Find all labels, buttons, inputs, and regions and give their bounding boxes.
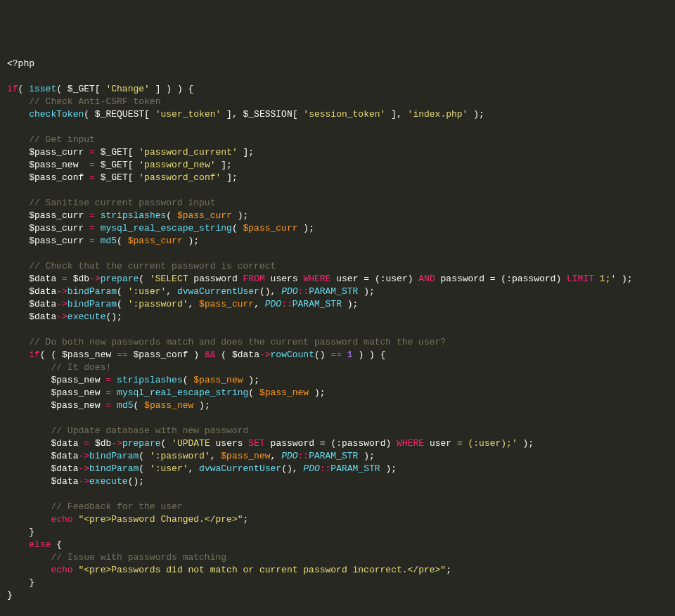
tok-v_pcurr: $pass_curr [29,210,84,221]
tok-op_eq: = [84,438,89,449]
tok-cmt_fb: // Feedback for the user [51,501,182,512]
tok-v_GET: $_GET [101,172,128,183]
tok-op_deq: == [117,349,128,360]
tok-sql_set: SET [248,438,264,449]
tok-cmt_chk: // Check that the current password is co… [29,261,276,271]
tok-kw_if: if [7,84,18,94]
tok-fn_mres: mysql_real_escape_string [101,223,232,233]
tok-op_arrow: -> [259,349,271,360]
tok-v_data: $data [51,438,78,449]
code-editor[interactable]: <?php if( isset( $_GET[ 'Change' ] ) ) {… [7,58,675,616]
tok-sql_limit: LIMIT [567,274,594,284]
tok-op_and: && [205,349,216,360]
tok-op_arrow: -> [56,286,68,297]
tok-sql_sel_1: 'SELECT [150,274,188,284]
tok-cls_PDO: PDO [281,451,297,461]
tok-fn_mres: mysql_real_escape_string [117,387,248,398]
tok-s_pwd_cur: 'password_current' [139,147,237,158]
tok-fn_execute: execute [68,312,106,322]
tok-const_PSTR: PARAM_STR [309,286,358,297]
tok-s_pwd_new: 'password_new' [139,160,215,170]
tok-cmt_issue: // Issue with passwords matching [51,552,226,563]
tok-cmt_itdoes: // It does! [51,362,111,373]
tok-v_data: $data [29,274,56,284]
tok-fn_bindParam: bindParam [89,451,139,461]
tok-s_password: ':password' [150,451,210,461]
tok-sql_users: users [216,438,243,449]
tok-sql_sel_pwd: password [441,274,484,284]
tok-s_user: ':user' [128,286,167,297]
tok-v_pnew: $pass_new [29,160,78,170]
tok-sql_users: users [271,274,298,284]
tok-fn_bindParam: bindParam [68,286,117,297]
tok-fn_stripslashes: stripslashes [117,375,183,385]
tok-s_user_token: 'user_token' [155,109,221,120]
tok-sql_where: WHERE [303,274,330,284]
tok-v_data: $data [51,451,78,461]
tok-op_arrow: -> [111,438,122,449]
tok-kw_isset: isset [29,84,56,94]
tok-op_arrow: -> [78,476,89,487]
tok-echo_changed: "<pre>Password Changed.</pre>" [78,514,243,525]
tok-kw_echo: echo [51,514,72,525]
tok-v_db: $db [95,438,111,449]
tok-v_pcurr: $pass_curr [177,210,232,221]
tok-cmt_san: // Sanitise current password input [29,198,215,208]
tok-sql_eq_pwd: = (:password) [490,274,561,284]
tok-sql_user: user [430,438,451,449]
tok-v_pcurr: $pass_curr [29,147,84,158]
tok-v_data: $data [29,299,56,309]
tok-s_pwd_conf: 'password_conf' [139,172,221,183]
tok-sql_sel_pwd: password [193,274,237,284]
tok-cls_PDO: PDO [303,463,319,474]
tok-op_eq: = [62,274,68,284]
tok-v_pcurr: $pass_curr [243,223,298,233]
tok-const_PSTR: PARAM_STR [292,299,342,309]
tok-fn_stripslashes: stripslashes [101,210,167,221]
tok-fn_checkToken: checkToken [29,109,84,120]
tok-fn_dvwaCU: dvwaCurrentUser [177,286,259,297]
tok-op_eq: = [89,223,95,233]
tok-s_user: ':user' [150,463,188,474]
tok-n_one: 1 [347,349,353,360]
tok-v_pconf: $pass_conf [29,172,84,183]
tok-op_scope: :: [298,451,309,461]
tok-fn_execute: execute [89,476,128,487]
tok-op_arrow: -> [56,312,68,322]
tok-sql_upd_end: = (:user);' [457,438,518,449]
tok-op_scope: :: [281,299,292,309]
tok-cmt_both: // Do both new passwords match and does … [29,337,446,347]
tok-v_REQ: $_REQUEST [95,109,144,120]
tok-v_pcurr: $pass_curr [29,236,84,246]
tok-op_deq: == [330,349,342,360]
tok-fn_prepare: prepare [122,438,161,449]
tok-v_data: $data [51,476,78,487]
tok-v_pnew: $pass_new [51,387,100,398]
tok-sql_user: user [336,274,358,284]
tok-v_pcurr: $pass_curr [29,223,84,233]
tok-op_eq: = [89,160,95,170]
tok-kw_if: if [29,349,40,360]
tok-sql_eq_pwd: = (:password) [320,438,391,449]
tok-fn_md5: md5 [117,400,133,411]
tok-cls_PDO: PDO [281,286,297,297]
tok-sql_from: FROM [243,274,265,284]
tok-v_db: $db [73,274,89,284]
tok-v_GET: $_GET [68,84,95,94]
tok-fn_rowCount: rowCount [271,349,314,360]
tok-s_index: 'index.php' [408,109,468,120]
tok-v_data: $data [232,349,259,360]
tok-op_arrow: -> [78,451,89,461]
tok-sql_one_end: 1;' [600,274,616,284]
tok-v_data: $data [29,286,56,297]
tok-cls_PDO: PDO [265,299,281,309]
tok-sql_sel_pwd: password [271,438,314,449]
tok-v_GET: $_GET [101,147,128,158]
tok-v_pcurr: $pass_curr [199,299,254,309]
tok-s_Change: 'Change' [105,84,149,94]
tok-op_scope: :: [320,463,331,474]
tok-kw_else: else [29,539,51,550]
tok-op_arrow: -> [56,299,68,309]
tok-v_pnew: $pass_new [259,387,309,398]
tok-v_data: $data [51,463,78,474]
